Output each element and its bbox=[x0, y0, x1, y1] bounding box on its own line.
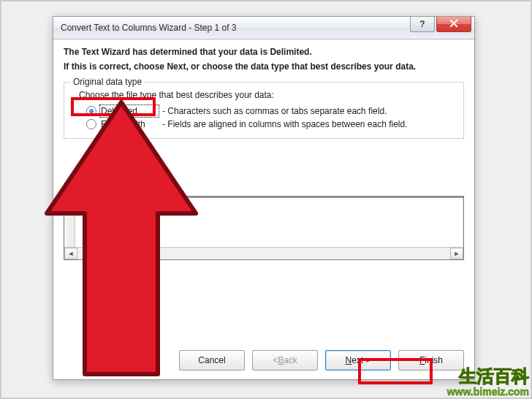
next-button[interactable]: Next > bbox=[325, 350, 391, 370]
message-line-2: If this is correct, choose Next, or choo… bbox=[64, 61, 464, 72]
radio-indicator-delimited bbox=[86, 106, 96, 116]
radio-fixed-width[interactable]: Fixed width - Fields are aligned in colu… bbox=[73, 119, 455, 129]
radio-label-delimited: Delimited bbox=[101, 106, 158, 116]
watermark-cn: 生活百科 bbox=[447, 367, 529, 386]
scroll-track[interactable] bbox=[77, 248, 450, 259]
scroll-right-button[interactable]: ► bbox=[450, 248, 463, 259]
radio-desc-fixed: - Fields are aligned in columns with spa… bbox=[162, 119, 408, 129]
preview-scrollbar[interactable]: ◄ ► bbox=[64, 247, 463, 259]
wizard-dialog: Convert Text to Columns Wizard - Step 1 … bbox=[53, 16, 475, 380]
watermark: 生活百科 www.bimeiz.com bbox=[447, 367, 529, 398]
preview-label: P a: bbox=[64, 181, 464, 191]
cancel-button[interactable]: Cancel bbox=[179, 350, 245, 370]
dialog-body: The Text Wizard has determined that your… bbox=[53, 39, 474, 260]
original-data-type-group: Original data type Choose the file type … bbox=[64, 82, 464, 139]
titlebar: Convert Text to Columns Wizard - Step 1 … bbox=[53, 17, 474, 39]
radio-label-fixed: Fixed width bbox=[101, 119, 158, 129]
radio-desc-delimited: - Characters such as commas or tabs sepa… bbox=[162, 106, 387, 116]
radio-indicator-fixed bbox=[86, 119, 96, 129]
back-button[interactable]: < Back bbox=[252, 350, 318, 370]
preview-gutter bbox=[64, 197, 75, 248]
window-title: Convert Text to Columns Wizard - Step 1 … bbox=[61, 23, 410, 33]
help-button[interactable]: ? bbox=[410, 17, 435, 32]
radio-delimited[interactable]: Delimited - Characters such as commas or… bbox=[73, 106, 455, 116]
preview-box: ◄ ► bbox=[64, 196, 464, 260]
watermark-url: www.bimeiz.com bbox=[447, 387, 529, 398]
button-bar: Cancel < Back Next > Finish bbox=[179, 350, 464, 370]
message-line-1: The Text Wizard has determined that your… bbox=[64, 47, 464, 57]
close-icon bbox=[449, 19, 458, 30]
groupbox-title: Original data type bbox=[70, 77, 145, 87]
scroll-left-button[interactable]: ◄ bbox=[64, 248, 77, 259]
close-button[interactable] bbox=[436, 17, 471, 32]
file-type-prompt: Choose the file type that best describes… bbox=[73, 90, 455, 100]
titlebar-buttons: ? bbox=[410, 17, 471, 39]
